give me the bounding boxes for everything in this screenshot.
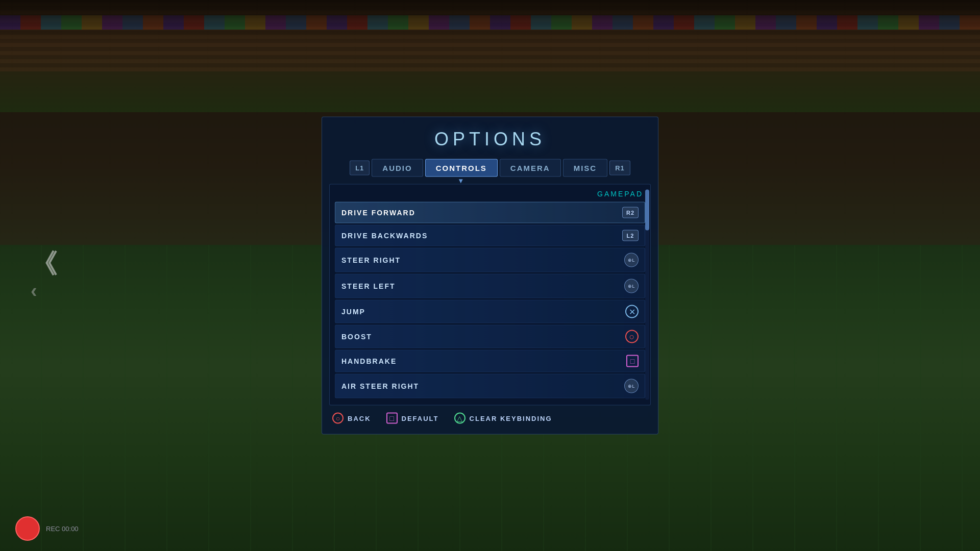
binding-lstick-steer-left: ⊕L xyxy=(624,279,639,293)
top-banner xyxy=(0,0,980,41)
binding-x-jump: ✕ xyxy=(625,305,639,318)
tab-camera[interactable]: CAMERA xyxy=(500,159,561,177)
tab-nav-prev[interactable]: L1 xyxy=(350,161,370,176)
tab-controls[interactable]: CONTROLS xyxy=(425,159,498,177)
default-icon: □ xyxy=(386,413,398,424)
control-row-drive-forward[interactable]: DRIVE FORWARD R2 xyxy=(335,202,645,223)
control-name-steer-left: STEER LEFT xyxy=(341,282,396,290)
bottom-hud: REC 00:00 xyxy=(15,516,79,541)
tabs-bar: L1 AUDIO CONTROLS CAMERA MISC R1 xyxy=(322,159,658,177)
control-name-steer-right: STEER RIGHT xyxy=(341,256,401,264)
binding-lstick-air-steer-right: ⊕L xyxy=(624,379,639,393)
back-button[interactable]: ○ BACK xyxy=(332,413,371,424)
binding-square-handbrake: □ xyxy=(626,355,639,367)
control-row-jump[interactable]: JUMP ✕ xyxy=(335,300,645,323)
binding-l2: L2 xyxy=(622,230,639,241)
section-label: GAMEPAD xyxy=(335,190,645,198)
control-name-handbrake: HANDBRAKE xyxy=(341,357,397,365)
clear-keybinding-label: CLEAR KEYBINDING xyxy=(470,414,552,422)
hud-text: REC 00:00 xyxy=(46,525,79,533)
options-dialog: OPTIONS L1 AUDIO CONTROLS CAMERA MISC R1… xyxy=(322,117,658,435)
record-indicator xyxy=(15,516,40,541)
scrollbar-thumb[interactable] xyxy=(645,190,649,231)
tab-nav-next[interactable]: R1 xyxy=(609,161,630,176)
control-name-jump: JUMP xyxy=(341,308,365,316)
control-name-boost: BOOST xyxy=(341,333,372,341)
control-row-boost[interactable]: BOOST ○ xyxy=(335,325,645,348)
binding-circle-boost: ○ xyxy=(625,330,639,343)
left-arrow-large: 《 xyxy=(31,251,57,277)
binding-r2: R2 xyxy=(622,207,639,218)
binding-lstick-steer-right: ⊕L xyxy=(624,253,639,267)
left-arrow-small: ‹ xyxy=(31,281,57,300)
control-row-steer-left[interactable]: STEER LEFT ⊕L xyxy=(335,274,645,298)
scrollbar-track[interactable] xyxy=(645,190,649,400)
control-row-handbrake[interactable]: HANDBRAKE □ xyxy=(335,350,645,372)
default-label: DEFAULT xyxy=(402,414,439,422)
back-label: BACK xyxy=(348,414,371,422)
left-nav-arrows: 《 ‹ xyxy=(31,251,57,300)
clear-keybinding-icon: △ xyxy=(454,413,465,424)
controls-content: GAMEPAD DRIVE FORWARD R2 DRIVE BACKWARDS… xyxy=(329,184,651,406)
control-name-air-steer-right: AIR STEER RIGHT xyxy=(341,382,419,390)
bottom-actions: ○ BACK □ DEFAULT △ CLEAR KEYBINDING xyxy=(322,406,658,424)
dialog-title: OPTIONS xyxy=(322,117,658,159)
control-row-steer-right[interactable]: STEER RIGHT ⊕L xyxy=(335,248,645,272)
clear-keybinding-button[interactable]: △ CLEAR KEYBINDING xyxy=(454,413,552,424)
tab-misc[interactable]: MISC xyxy=(563,159,608,177)
control-name-drive-forward: DRIVE FORWARD xyxy=(341,209,415,217)
control-row-drive-backwards[interactable]: DRIVE BACKWARDS L2 xyxy=(335,225,645,246)
tab-audio[interactable]: AUDIO xyxy=(372,159,423,177)
control-row-air-steer-right[interactable]: AIR STEER RIGHT ⊕L xyxy=(335,374,645,398)
default-button[interactable]: □ DEFAULT xyxy=(386,413,439,424)
back-icon: ○ xyxy=(332,413,344,424)
control-name-drive-backwards: DRIVE BACKWARDS xyxy=(341,232,428,240)
